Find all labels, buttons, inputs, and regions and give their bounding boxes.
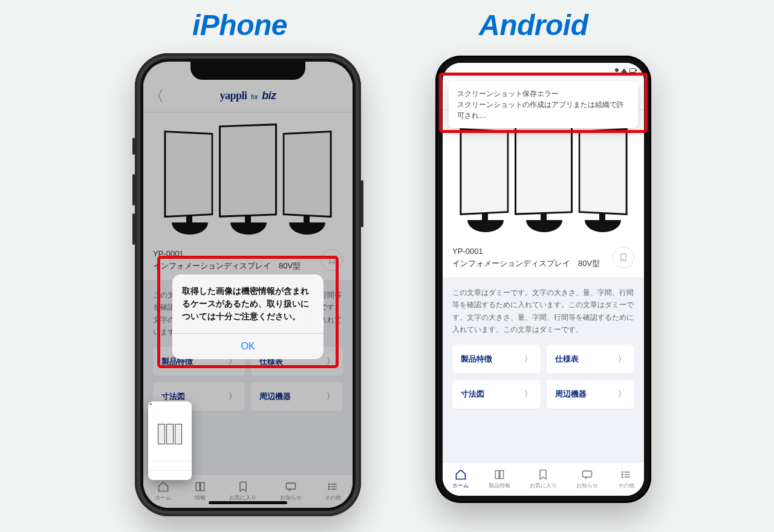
screenshot-thumbnail[interactable] <box>148 401 192 480</box>
card-features[interactable]: 製品特徴〉 <box>452 345 541 374</box>
app-header: 〈 yappli for biz <box>143 80 353 112</box>
product-name: インフォメーションディスプレイ 80V型 <box>153 260 316 272</box>
svg-point-4 <box>329 486 330 487</box>
card-peripherals[interactable]: 周辺機器〉 <box>547 380 635 409</box>
tab-home[interactable]: ホーム <box>452 469 469 490</box>
iphone-screen: 〈 yappli for biz YP-0001 インフォメーションディスプレイ <box>143 62 353 508</box>
tab-bar: ホーム 製品情報 お気に入り お知らせ その他 <box>443 462 644 496</box>
product-code: YP-0001 <box>153 248 316 260</box>
book-icon <box>493 469 506 481</box>
chat-icon <box>581 469 593 481</box>
tab-other[interactable]: その他 <box>325 481 341 502</box>
card-spec[interactable]: 仕様表〉 <box>547 345 635 374</box>
product-name: インフォメーションディスプレイ 80V型 <box>452 258 608 270</box>
product-code: YP-0001 <box>452 245 608 258</box>
tab-other[interactable]: その他 <box>618 469 634 490</box>
toast-title: スクリーンショット保存エラー <box>457 88 629 99</box>
product-image <box>143 112 353 239</box>
android-error-toast: スクリーンショット保存エラー スクリーンショットの作成はアプリまたは組織で許可さ… <box>449 81 638 128</box>
android-heading: Android <box>479 8 588 42</box>
ios-alert-message: 取得した画像は機密情報が含まれるケースがあるため、取り扱いについては十分ご注意く… <box>172 274 324 333</box>
ios-alert-ok-button[interactable]: OK <box>172 333 324 359</box>
list-icon <box>620 469 632 481</box>
svg-rect-7 <box>499 470 503 478</box>
brand-logo: yappli for biz <box>220 89 276 102</box>
svg-point-10 <box>622 474 623 475</box>
iphone-heading: iPhone <box>192 8 287 42</box>
product-image <box>443 110 644 237</box>
svg-rect-0 <box>197 482 200 490</box>
svg-rect-8 <box>583 471 592 477</box>
android-status-bar <box>443 63 644 77</box>
home-indicator[interactable] <box>209 501 287 504</box>
bookmark-icon <box>237 481 249 493</box>
iphone-device-frame: 〈 yappli for biz YP-0001 インフォメーションディスプレイ <box>135 53 361 516</box>
bookmark-icon <box>537 469 549 481</box>
svg-rect-6 <box>495 470 499 478</box>
product-header: YP-0001 インフォメーションディスプレイ 80V型 <box>443 237 644 278</box>
svg-point-9 <box>622 472 623 473</box>
svg-rect-2 <box>286 483 295 489</box>
svg-rect-1 <box>201 482 204 490</box>
tab-products[interactable]: 製品情報 <box>489 469 510 490</box>
svg-point-11 <box>622 476 623 478</box>
back-icon[interactable]: 〈 <box>149 86 164 106</box>
tab-products[interactable]: 情報 <box>194 481 206 502</box>
bookmark-icon[interactable] <box>613 247 634 268</box>
home-icon <box>157 481 169 493</box>
home-icon <box>455 469 467 481</box>
tab-favorites[interactable]: お気に入り <box>229 481 256 502</box>
tab-favorites[interactable]: お気に入り <box>530 469 557 490</box>
tab-home[interactable]: ホーム <box>155 481 171 502</box>
bookmark-icon[interactable] <box>321 249 343 271</box>
tab-notifications[interactable]: お知らせ <box>576 469 598 490</box>
svg-point-5 <box>329 488 330 490</box>
tab-notifications[interactable]: お知らせ <box>280 481 302 502</box>
chat-icon <box>285 481 297 493</box>
product-description: この文章はダミーです。文字の大きさ、量、字間、行間等を確認するために入れています… <box>443 278 644 345</box>
book-icon <box>194 481 206 493</box>
list-icon <box>327 481 339 493</box>
android-device-frame: 〈 yappli for biz YP-0001 インフォメーションディスプレイ <box>435 56 651 503</box>
android-screen: 〈 yappli for biz YP-0001 インフォメーションディスプレイ <box>443 63 644 496</box>
svg-point-3 <box>329 484 330 485</box>
ios-alert-dialog: 取得した画像は機密情報が含まれるケースがあるため、取り扱いについては十分ご注意く… <box>172 274 324 359</box>
card-peripherals[interactable]: 周辺機器〉 <box>251 382 343 411</box>
toast-body: スクリーンショットの作成はアプリまたは組織で許可され… <box>457 99 629 121</box>
card-dimensions[interactable]: 寸法図〉 <box>452 380 541 409</box>
